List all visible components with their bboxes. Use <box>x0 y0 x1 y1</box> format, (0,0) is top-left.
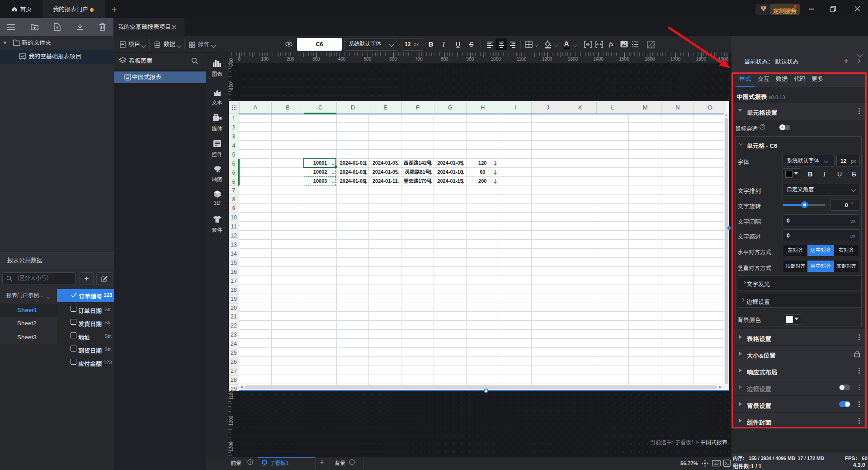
svg-text:?: ? <box>761 124 764 129</box>
